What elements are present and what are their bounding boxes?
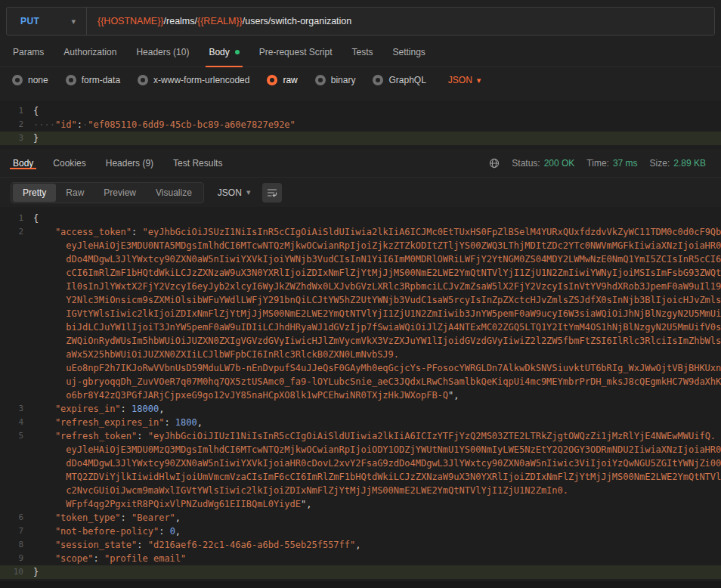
language-label: JSON [218, 187, 242, 198]
chevron-down-icon: ▾ [477, 76, 481, 85]
line-number [0, 375, 33, 388]
language-label: JSON [448, 75, 472, 85]
code-text: WFpf4qg2PgxitR8PQixVlPNZudWg61EIIBQmL0Yi… [33, 497, 721, 511]
response-tab-body[interactable]: Body [3, 158, 43, 169]
response-tab-headers[interactable]: Headers (9) [96, 158, 163, 169]
view-pretty[interactable]: Pretty [13, 184, 56, 202]
tab-body[interactable]: Body [199, 37, 249, 67]
tab-label: Body [13, 158, 33, 169]
line-number [0, 320, 33, 334]
code-text: o6br8Y42zQ3PGfJARjCjpxeG9go12vJY85naHCpX… [33, 388, 721, 402]
code-text: { [33, 212, 721, 225]
radio-icon [373, 75, 383, 85]
view-label: Preview [104, 187, 136, 198]
code-text: dDo4MDgwL3JlYWxtcy90ZXN0aW5nIiwiYXVkIjoi… [33, 456, 721, 470]
code-line: 7"not-before-policy": 0, [0, 525, 721, 538]
status-value: 200 OK [544, 158, 575, 169]
code-line: Y2Nlc3MiOnsicm9sZXMiOlsibWFuYWdlLWFjY291… [0, 293, 721, 307]
code-line: o6br8Y42zQ3PGfJARjCjpxeG9go12vJY85naHCpX… [0, 388, 721, 402]
tab-settings[interactable]: Settings [383, 37, 435, 67]
url-path-segment: /users/switch-organization [243, 16, 352, 26]
radio-graphql[interactable]: GraphQL [373, 75, 425, 85]
tab-tests[interactable]: Tests [342, 37, 382, 67]
radio-label: raw [283, 75, 297, 85]
code-text: Y2Nlc3MiOnsicm9sZXMiOlsibWFuYWdlLWFjY291… [33, 293, 721, 307]
tab-authorization[interactable]: Authorization [54, 37, 126, 67]
network-globe-icon[interactable] [489, 158, 500, 169]
view-raw[interactable]: Raw [56, 184, 94, 202]
code-text: "token_type": "Bearer", [33, 511, 721, 525]
response-header: Body Cookies Headers (9) Test Results St… [0, 149, 721, 178]
response-view-switcher: Pretty Raw Preview Visualize [11, 182, 204, 203]
view-visualize[interactable]: Visualize [146, 184, 202, 202]
code-line: 10} [0, 565, 721, 579]
code-line: dDo4MDgwL3JlYWxtcy90ZXN0aW5nIiwiYXVkIjoi… [0, 456, 721, 470]
tab-label: Tests [351, 47, 373, 57]
radio-form-data[interactable]: form-data [66, 75, 120, 85]
response-body-editor: 1{2"access_token": "eyJhbGciOiJSUzI1NiIs… [0, 207, 721, 581]
line-number [0, 334, 33, 348]
tab-label: Cookies [53, 158, 85, 169]
radio-icon [12, 75, 23, 85]
code-text: "access_token": "eyJhbGciOiJSUzI1NiIsInR… [33, 225, 721, 239]
code-line: 6"token_type": "Bearer", [0, 511, 721, 525]
line-number: 6 [0, 511, 33, 525]
radio-icon [66, 75, 76, 85]
line-number [0, 239, 33, 252]
wrap-lines-button[interactable] [262, 183, 282, 203]
tab-params[interactable]: Params [3, 37, 54, 67]
response-size[interactable]: Size: 2.89 KB [650, 158, 706, 169]
line-number: 8 [0, 538, 33, 552]
tab-headers[interactable]: Headers (10) [126, 37, 199, 67]
time-label: Time: [586, 158, 609, 169]
response-language-dropdown[interactable]: JSON ▾ [218, 187, 251, 198]
url-path-segment: /realms/ [164, 16, 197, 26]
status-badge[interactable]: Status: 200 OK [512, 158, 574, 169]
code-line[interactable]: 3} [0, 132, 721, 145]
response-tab-test-results[interactable]: Test Results [163, 158, 232, 169]
radio-raw[interactable]: raw [267, 75, 297, 85]
request-body-editor[interactable]: 1{2····"id":·"ef085110-6dd9-45cb-bc89-a6… [0, 101, 721, 149]
url-variable-realm: {{REALM}} [197, 16, 243, 26]
line-number [0, 470, 33, 484]
code-text: eyJleHAiOjE3MDU0MzQ3MDgsImlhdCI6MTcwNTQz… [33, 443, 721, 456]
tab-label: Pre-request Script [259, 47, 333, 57]
line-number: 9 [0, 552, 33, 565]
response-tab-cookies[interactable]: Cookies [43, 158, 95, 169]
code-line: 3"expires_in": 18000, [0, 402, 721, 416]
url-input[interactable]: {{HOSTNAME}}/realms/{{REALM}}/users/swit… [87, 8, 714, 35]
view-label: Pretty [23, 187, 46, 198]
line-number [0, 484, 33, 497]
code-line: eyJleHAiOjE3MDU0NTA5MDgsImlhdCI6MTcwNTQz… [0, 239, 721, 252]
method-selector[interactable]: PUT ▾ [7, 8, 87, 35]
code-line: 2"access_token": "eyJhbGciOiJSUzI1NiIsIn… [0, 225, 721, 239]
code-line[interactable]: 1{ [0, 104, 721, 118]
radio-label: binary [331, 75, 356, 85]
code-line: uEo8npF2h7IKJoRwVVbnUsD59MduLW7b-nEnDvpu… [0, 361, 721, 375]
radio-binary[interactable]: binary [315, 75, 356, 85]
code-text: ····"id":·"ef085110-6dd9-45cb-bc89-a60e7… [33, 118, 721, 132]
code-line[interactable]: 2····"id":·"ef085110-6dd9-45cb-bc89-a60e… [0, 118, 721, 132]
line-number [0, 443, 33, 456]
code-text: cCI6ImRlZmF1bHQtdWkiLCJzZXNzaW9uX3N0YXRl… [33, 266, 721, 280]
response-toolbar: Pretty Raw Preview Visualize JSON ▾ [0, 178, 721, 207]
request-bar-wrap: PUT ▾ {{HOSTNAME}}/realms/{{REALM}}/user… [0, 0, 721, 36]
postman-request-view: PUT ▾ {{HOSTNAME}}/realms/{{REALM}}/user… [0, 0, 721, 588]
response-time[interactable]: Time: 37 ms [586, 158, 637, 169]
code-text: uEo8npF2h7IKJoRwVVbnUsD59MduLW7b-nEnDvpu… [33, 361, 721, 375]
radio-x-www-form-urlencoded[interactable]: x-www-form-urlencoded [138, 75, 249, 85]
code-text: c2NvcGUiOiJwcm9maWxlIGVtYWlsIiwic2lkIjoi… [33, 484, 721, 497]
body-language-dropdown[interactable]: JSON ▾ [448, 75, 481, 85]
line-number: 7 [0, 525, 33, 538]
tab-label: Settings [393, 47, 425, 57]
radio-none[interactable]: none [12, 75, 48, 85]
method-label: PUT [20, 16, 39, 26]
chevron-down-icon: ▾ [246, 188, 251, 197]
tab-label: Params [13, 47, 44, 57]
tab-label: Headers (9) [106, 158, 153, 169]
line-number: 5 [0, 429, 33, 443]
line-number [0, 348, 33, 361]
view-preview[interactable]: Preview [94, 184, 146, 202]
tab-pre-request-script[interactable]: Pre-request Script [249, 37, 342, 67]
line-number [0, 388, 33, 402]
